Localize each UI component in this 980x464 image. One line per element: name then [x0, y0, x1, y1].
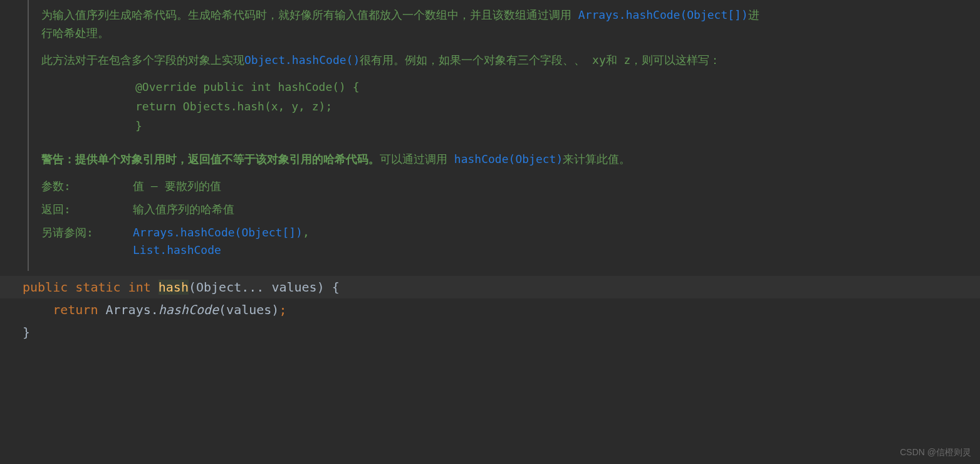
- keyword-return: return: [53, 302, 98, 317]
- doc-seealso-links: Arrays.hashCode(Object[]), List.hashCode: [133, 224, 310, 260]
- doc-text: 此方法对于在包含多个字段的对象上实现: [41, 53, 244, 66]
- doc-text: ,: [303, 226, 310, 239]
- doc-warning-bold: 警告：提供单个对象引用时，返回值不等于该对象引用的哈希代码。: [41, 152, 380, 166]
- doc-params-label: 参数:: [41, 177, 133, 196]
- doc-text: 为输入值序列生成哈希代码。生成哈希代码时，就好像所有输入值都放入一个数组中，并且…: [41, 8, 578, 21]
- doc-warning: 警告：提供单个对象引用时，返回值不等于该对象引用的哈希代码。可以通过调用 has…: [41, 150, 767, 169]
- code-example-line: return Objects.hash(x, y, z);: [135, 97, 767, 117]
- doc-link-seealso-arrays[interactable]: Arrays.hashCode(Object[]): [133, 226, 303, 239]
- call-args: (values): [219, 302, 279, 317]
- doc-seealso-row: 另请参阅: Arrays.hashCode(Object[]), List.ha…: [41, 224, 767, 260]
- doc-text: 很有用。例如，如果一个对象有三个字段、、 xy和 z，则可以这样写：: [360, 53, 721, 66]
- doc-paragraph-2: 此方法对于在包含多个字段的对象上实现Object.hashCode()很有用。例…: [41, 51, 767, 70]
- code-editor[interactable]: public static int hash(Object... values)…: [0, 276, 980, 344]
- method-call-hashcode: hashCode: [159, 302, 219, 317]
- doc-paragraph-1: 为输入值序列生成哈希代码。生成哈希代码时，就好像所有输入值都放入一个数组中，并且…: [41, 6, 767, 43]
- doc-link-object-hashcode[interactable]: Object.hashCode(): [244, 53, 360, 66]
- doc-params-row: 参数: 值 – 要散列的值: [41, 177, 767, 196]
- javadoc-popup: 为输入值序列生成哈希代码。生成哈希代码时，就好像所有输入值都放入一个数组中，并且…: [28, 0, 779, 271]
- doc-returns-value: 输入值序列的哈希值: [133, 201, 234, 219]
- doc-seealso-label: 另请参阅:: [41, 224, 133, 260]
- doc-code-example: @Override public int hashCode() { return…: [41, 78, 767, 135]
- code-example-line: @Override public int hashCode() {: [135, 78, 767, 97]
- doc-link-seealso-list[interactable]: List.hashCode: [133, 243, 221, 256]
- watermark: CSDN @信橙则灵: [900, 445, 971, 459]
- doc-link-hashcode-object[interactable]: hashCode(Object): [454, 152, 563, 166]
- doc-returns-row: 返回: 输入值序列的哈希值: [41, 201, 767, 219]
- doc-text: 来计算此值。: [563, 152, 630, 166]
- keyword-static: static: [75, 280, 120, 295]
- semicolon: ;: [279, 302, 286, 317]
- keyword-public: public: [23, 280, 68, 295]
- keyword-int: int: [128, 280, 151, 295]
- code-line-return: return Arrays.hashCode(values);: [0, 298, 980, 321]
- doc-link-arrays-hashcode[interactable]: Arrays.hashCode(Object[]): [578, 8, 748, 21]
- doc-text: 可以通过调用: [380, 152, 454, 166]
- brace-close: }: [23, 325, 30, 340]
- code-line-signature: public static int hash(Object... values)…: [0, 276, 980, 298]
- code-example-line: }: [135, 117, 767, 136]
- method-params: (Object... values) {: [189, 280, 340, 295]
- doc-returns-label: 返回:: [41, 201, 133, 219]
- method-name-hash: hash: [159, 280, 189, 295]
- doc-params-value: 值 – 要散列的值: [133, 177, 221, 196]
- class-ref-arrays: Arrays.: [98, 302, 158, 317]
- code-line-close: }: [0, 321, 980, 344]
